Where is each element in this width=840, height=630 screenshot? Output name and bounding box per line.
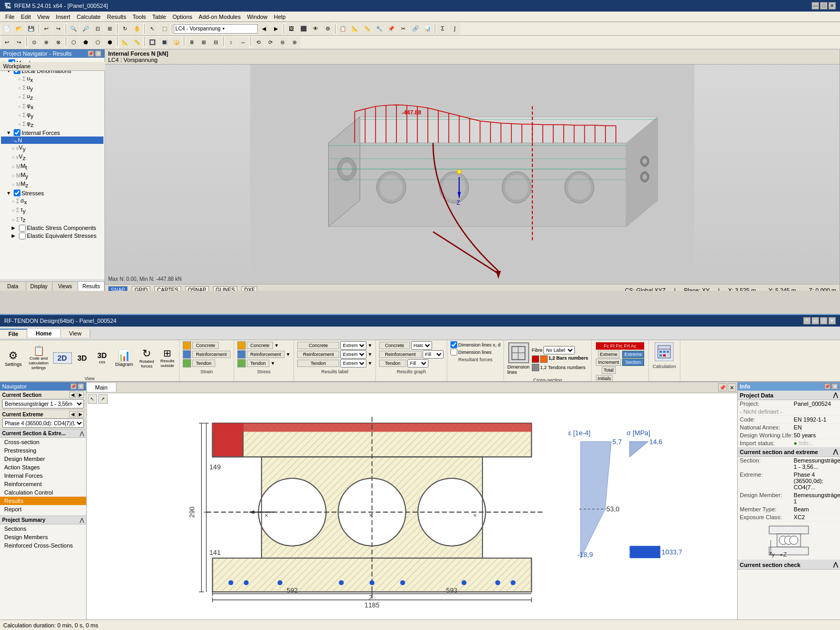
tb2-15[interactable]: Ⅲ — [186, 37, 197, 48]
menu-help[interactable]: Help — [271, 13, 289, 21]
tree-internal-forces[interactable]: ▼ Internal Forces — [1, 129, 103, 136]
code-calc-btn[interactable]: 📋 Code and calculationsettings — [26, 343, 52, 372]
tab-display[interactable]: Display — [26, 282, 52, 291]
nav-cross-section[interactable]: Cross-section — [0, 438, 86, 446]
tb2-12[interactable]: 🔲 — [146, 37, 158, 48]
rein-stress-btn[interactable]: Reinforcement — [247, 351, 285, 358]
cs-next-btn[interactable]: ▶ — [77, 392, 84, 398]
titlebar-controls[interactable]: — □ ✕ — [812, 2, 836, 9]
tree-Mz[interactable]: ○ M Mz — [1, 180, 103, 189]
rotated-btn[interactable]: ↻ Rotatedforces — [137, 345, 157, 371]
tb-icon9[interactable]: Σ — [437, 23, 448, 35]
tendon-rg-select[interactable]: Fill — [407, 359, 428, 368]
menu-insert[interactable]: Insert — [52, 13, 74, 21]
nav-action-stages[interactable]: Action Stages — [0, 463, 86, 471]
draw-nav-ur[interactable]: ↗ — [98, 394, 108, 404]
tb-zoom-out[interactable]: 🔎 — [80, 23, 91, 35]
tree-Mt[interactable]: ○ M Mt — [1, 162, 103, 171]
tb-display[interactable]: 👁 — [310, 23, 321, 35]
curr-section-expand[interactable]: ⋀ — [833, 448, 838, 455]
tree-ux[interactable]: ○ Σ ux — [1, 75, 103, 83]
int-forces-checkbox[interactable] — [14, 129, 20, 136]
tb2-16[interactable]: ⊞ — [198, 37, 209, 48]
nav-results[interactable]: Results — [0, 497, 86, 505]
section-extreme-header[interactable]: Current Section & Extre... ⋀ — [0, 429, 86, 438]
tb2-13[interactable]: 🔳 — [159, 37, 170, 48]
tb2-6[interactable]: ⬡ — [68, 37, 79, 48]
draw-nav-ul[interactable]: ↖ — [88, 394, 97, 404]
rf-minimize-btn[interactable]: — — [812, 317, 819, 324]
extreme-btn[interactable]: Extreme — [598, 351, 620, 358]
glines-btn[interactable]: GLINES — [213, 286, 238, 291]
nav-reinforced-cross[interactable]: Reinforced Cross-Sections — [0, 541, 86, 550]
tree-Vz[interactable]: ○ v Vz — [1, 153, 103, 162]
concrete-rl-select[interactable]: Extreme — [340, 341, 366, 350]
tb2-3[interactable]: ⊙ — [28, 37, 40, 48]
rf-tab-view[interactable]: View — [61, 329, 91, 338]
menu-addons[interactable]: Add-on Modules — [195, 13, 244, 21]
tree-phiy[interactable]: ○ Σ φy — [1, 111, 103, 120]
nav-header-btns[interactable]: 📌 ✕ — [88, 50, 101, 57]
tb-open[interactable]: 📂 — [13, 23, 25, 35]
tab-views[interactable]: Views — [52, 282, 79, 291]
rf-maximize-btn[interactable]: □ — [820, 317, 827, 324]
fc-btn[interactable]: Fc Ft Frc Frt Ac — [596, 342, 644, 350]
tb-material[interactable]: ⬛ — [298, 23, 309, 35]
drawing-pin[interactable]: 📌 — [718, 383, 727, 392]
tree-elastic-equiv[interactable]: ▶ Elastic Equivalent Stresses — [1, 232, 103, 240]
current-extreme-select[interactable]: Phase 4 (36500,0d): CO4(7)(ULS — [2, 418, 84, 428]
maximize-btn[interactable]: □ — [820, 2, 827, 9]
minimize-btn[interactable]: — — [812, 2, 819, 9]
tb-next-lc[interactable]: ▶ — [270, 23, 282, 35]
tb2-8[interactable]: ⬠ — [92, 37, 103, 48]
diagram-btn[interactable]: 📊 Diagram — [113, 348, 136, 369]
current-extreme-nav-btns[interactable]: ◀ ▶ — [69, 411, 84, 417]
btn-3d[interactable]: 3D — [73, 352, 92, 364]
cartes-btn[interactable]: CARTES — [154, 286, 181, 291]
tb2-20[interactable]: ⟲ — [253, 37, 264, 48]
rf-tendon-controls[interactable]: ^ — □ ✕ — [803, 317, 836, 324]
tb-icon1[interactable]: 📋 — [337, 23, 349, 35]
nav-sections[interactable]: Sections — [0, 524, 86, 533]
concrete-rl-btn[interactable]: Concrete — [297, 342, 339, 349]
tb2-23[interactable]: ⊛ — [289, 37, 300, 48]
snap-btn[interactable]: SNAP — [108, 286, 128, 291]
tree-tauz[interactable]: ○ Σ τz — [1, 215, 103, 224]
nav-report[interactable]: Report — [0, 505, 86, 513]
tb-icon3[interactable]: 📏 — [361, 23, 373, 35]
dim-xd-check[interactable] — [450, 341, 457, 348]
rf-tab-home[interactable]: Home — [27, 329, 61, 338]
concrete-rg-btn[interactable]: Concrete — [379, 342, 410, 349]
concrete-rg-select[interactable]: Hatch — [411, 341, 432, 350]
tb-zoom-in[interactable]: 🔍 — [68, 23, 79, 35]
current-section-select[interactable]: Bemessungsträger 1 - 3,56m — [2, 399, 84, 408]
tb-redo[interactable]: ↪ — [52, 23, 64, 35]
concrete-stress-btn[interactable]: Concrete — [247, 342, 274, 349]
stresses-checkbox[interactable] — [14, 190, 20, 196]
nav-design-member[interactable]: Design Member — [0, 455, 86, 463]
tb2-2[interactable]: ↪ — [13, 37, 25, 48]
tree-elastic-stress[interactable]: ▶ Elastic Stress Components — [1, 224, 103, 232]
rf-nav-pin[interactable]: 📌 — [70, 383, 77, 390]
tb-render[interactable]: 🖼 — [286, 23, 297, 35]
nav-calc-control[interactable]: Calculation Control — [0, 488, 86, 497]
tree-Vy[interactable]: ○ v Vy — [1, 144, 103, 153]
osnap-btn[interactable]: OSNAP — [185, 286, 209, 291]
tb2-22[interactable]: ⊜ — [277, 37, 288, 48]
tree-phiz[interactable]: ○ Σ φz — [1, 120, 103, 129]
rein-rl-select[interactable]: Extreme — [340, 350, 366, 359]
menu-window[interactable]: Window — [244, 13, 270, 21]
close-btn[interactable]: ✕ — [828, 2, 836, 9]
tree-uy[interactable]: ○ Σ uy — [1, 83, 103, 92]
tree-tauy[interactable]: ○ Σ τy — [1, 206, 103, 215]
tb2-18[interactable]: ↕ — [225, 37, 237, 48]
btn-3d-css[interactable]: 3D css — [93, 350, 112, 366]
elastic-equiv-checkbox[interactable] — [19, 233, 26, 239]
info-header-controls[interactable]: 📌 ✕ — [824, 383, 838, 390]
tendon-rl-btn[interactable]: Tendon — [297, 360, 339, 367]
nav-pin[interactable]: 📌 — [88, 50, 94, 57]
project-data-expand[interactable]: ⋀ — [833, 392, 838, 398]
tree-uz[interactable]: ○ Σ uz — [1, 92, 103, 101]
section-btn[interactable]: Section — [622, 359, 644, 366]
tb-icon10[interactable]: ∫ — [449, 23, 460, 35]
